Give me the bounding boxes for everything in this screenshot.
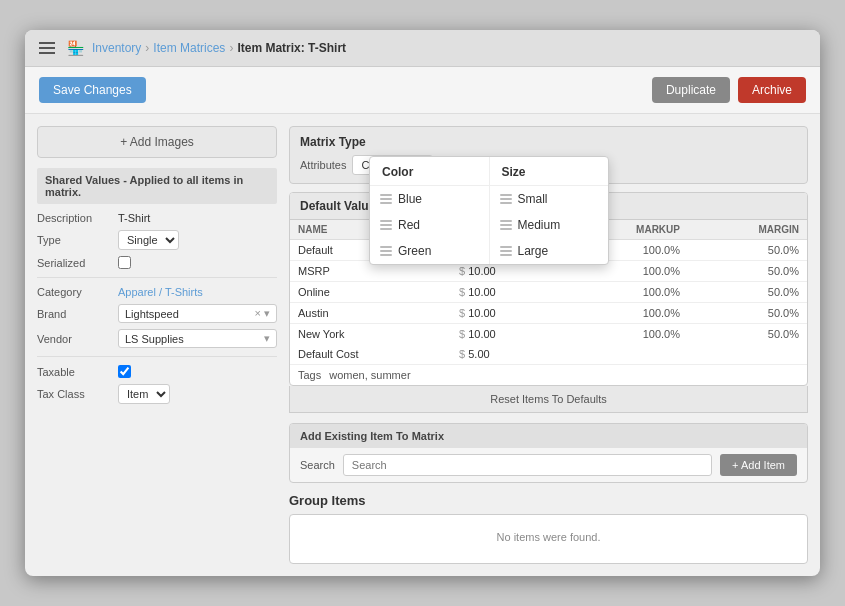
row-name: New York: [290, 324, 451, 345]
vendor-row: Vendor LS Supplies ▾: [37, 329, 277, 348]
color-blue-item[interactable]: Blue: [370, 186, 489, 212]
search-label: Search: [300, 459, 335, 471]
left-panel: + Add Images Shared Values - Applied to …: [37, 126, 277, 564]
size-small-label: Small: [518, 192, 548, 206]
brand-clear-icon[interactable]: × ▾: [255, 307, 270, 320]
type-label: Type: [37, 234, 112, 246]
group-items-header: Group Items: [289, 493, 808, 508]
vendor-value: LS Supplies: [125, 333, 184, 345]
search-input[interactable]: [343, 454, 712, 476]
reset-button[interactable]: Reset Items To Defaults: [289, 386, 808, 413]
breadcrumb-item-matrices[interactable]: Item Matrices: [153, 41, 225, 55]
color-green-label: Green: [398, 244, 431, 258]
category-link[interactable]: Apparel / T-Shirts: [118, 286, 203, 298]
col-margin: MARGIN: [688, 220, 807, 240]
drag-handle-small: [500, 194, 512, 204]
serialized-checkbox[interactable]: [118, 256, 131, 269]
drag-handle-green: [380, 246, 392, 256]
row-markup: 100.0%: [562, 282, 688, 303]
add-item-row: Search + Add Item: [290, 448, 807, 482]
tags-value: women, summer: [329, 369, 410, 381]
default-cost-value: $ 5.00: [451, 344, 562, 364]
color-red-item[interactable]: Red: [370, 212, 489, 238]
breadcrumb-inventory[interactable]: Inventory: [92, 41, 141, 55]
size-medium-item[interactable]: Medium: [490, 212, 609, 238]
main-window: 🏪 Inventory › Item Matrices › Item Matri…: [25, 30, 820, 576]
store-icon: 🏪: [67, 40, 84, 56]
hamburger-menu[interactable]: [39, 42, 55, 54]
row-price: $ 10.00: [451, 282, 562, 303]
taxable-checkbox[interactable]: [118, 365, 131, 378]
title-bar: 🏪 Inventory › Item Matrices › Item Matri…: [25, 30, 820, 67]
tags-label: Tags: [298, 369, 321, 381]
row-markup: 100.0%: [562, 303, 688, 324]
attributes-dropdown: Color Blue Red Green S: [369, 156, 609, 265]
row-margin: 50.0%: [688, 240, 807, 261]
default-cost-row: Default Cost $ 5.00: [290, 344, 807, 364]
color-header: Color: [370, 157, 489, 186]
type-row: Type Single: [37, 230, 277, 250]
default-cost-label: Default Cost: [290, 344, 451, 364]
description-label: Description: [37, 212, 112, 224]
type-select[interactable]: Single: [118, 230, 179, 250]
taxable-label: Taxable: [37, 366, 112, 378]
toolbar-right: Duplicate Archive: [652, 77, 806, 103]
save-button[interactable]: Save Changes: [39, 77, 146, 103]
row-name: Online: [290, 282, 451, 303]
size-large-label: Large: [518, 244, 549, 258]
table-row: Austin $ 10.00 100.0% 50.0%: [290, 303, 807, 324]
serialized-label: Serialized: [37, 257, 112, 269]
serialized-row: Serialized: [37, 256, 277, 269]
vendor-chevron-icon[interactable]: ▾: [264, 332, 270, 345]
row-margin: 50.0%: [688, 324, 807, 345]
description-row: Description T-Shirt: [37, 212, 277, 224]
row-markup: 100.0%: [562, 324, 688, 345]
color-green-item[interactable]: Green: [370, 238, 489, 264]
shared-values-header: Shared Values - Applied to all items in …: [37, 168, 277, 204]
size-large-item[interactable]: Large: [490, 238, 609, 264]
duplicate-button[interactable]: Duplicate: [652, 77, 730, 103]
group-items-section: Group Items No items were found.: [289, 493, 808, 564]
tags-row: Tags women, summer: [290, 364, 807, 385]
attributes-label: Attributes: [300, 159, 346, 171]
vendor-label: Vendor: [37, 333, 112, 345]
breadcrumb-sep1: ›: [145, 41, 149, 55]
brand-row: Brand Lightspeed × ▾: [37, 304, 277, 323]
tax-class-row: Tax Class Item: [37, 384, 277, 404]
color-blue-label: Blue: [398, 192, 422, 206]
category-label: Category: [37, 286, 112, 298]
size-small-item[interactable]: Small: [490, 186, 609, 212]
row-margin: 50.0%: [688, 282, 807, 303]
brand-value: Lightspeed: [125, 308, 179, 320]
group-items-box: No items were found.: [289, 514, 808, 564]
row-margin: 50.0%: [688, 261, 807, 282]
main-content: + Add Images Shared Values - Applied to …: [25, 114, 820, 576]
size-medium-label: Medium: [518, 218, 561, 232]
color-red-label: Red: [398, 218, 420, 232]
breadcrumb-sep2: ›: [229, 41, 233, 55]
cost-symbol: $: [459, 348, 465, 360]
archive-button[interactable]: Archive: [738, 77, 806, 103]
drag-handle-large: [500, 246, 512, 256]
add-item-header: Add Existing Item To Matrix: [290, 424, 807, 448]
add-images-button[interactable]: + Add Images: [37, 126, 277, 158]
size-column: Size Small Medium Large: [490, 157, 609, 264]
tax-class-select[interactable]: Item: [118, 384, 170, 404]
brand-label: Brand: [37, 308, 112, 320]
table-row: Online $ 10.00 100.0% 50.0%: [290, 282, 807, 303]
category-row: Category Apparel / T-Shirts: [37, 286, 277, 298]
breadcrumb: Inventory › Item Matrices › Item Matrix:…: [92, 41, 346, 55]
matrix-type-label: Matrix Type: [300, 135, 797, 149]
add-item-button[interactable]: + Add Item: [720, 454, 797, 476]
toolbar: Save Changes Duplicate Archive: [25, 67, 820, 114]
table-row: New York $ 10.00 100.0% 50.0%: [290, 324, 807, 345]
vendor-field[interactable]: LS Supplies ▾: [118, 329, 277, 348]
drag-handle-red: [380, 220, 392, 230]
row-margin: 50.0%: [688, 303, 807, 324]
drag-handle-blue: [380, 194, 392, 204]
add-item-section: Add Existing Item To Matrix Search + Add…: [289, 423, 808, 483]
size-header: Size: [490, 157, 609, 186]
brand-field[interactable]: Lightspeed × ▾: [118, 304, 277, 323]
drag-handle-medium: [500, 220, 512, 230]
row-price: $ 10.00: [451, 324, 562, 345]
